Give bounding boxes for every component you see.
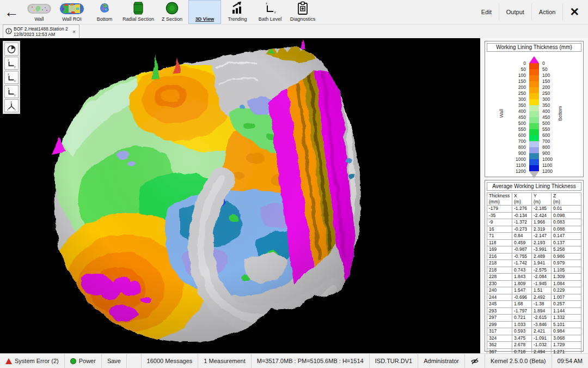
toolbar-button-radial-section[interactable]: Radial Section <box>121 0 156 24</box>
pie-section-view-button[interactable] <box>4 43 19 56</box>
table-column-header[interactable]: Thickness(mm) <box>487 193 512 206</box>
table-row[interactable]: -179-1.276-2.1850.01 <box>487 206 581 213</box>
table-cell: 324 <box>487 335 512 342</box>
back-button[interactable]: ← <box>0 0 23 24</box>
table-cell: 0.098 <box>552 212 581 219</box>
table-cell: -0.987 <box>512 246 532 254</box>
toolbar-button-label: Radial Section <box>122 16 154 22</box>
right-sidebar: Working Lining Thickness (mm) Wall 05010… <box>480 38 588 353</box>
table-cell: -2.185 <box>532 206 552 213</box>
table-row[interactable]: 293-1.7971.8941.144 <box>487 307 581 315</box>
toolbar-button-bottom[interactable]: Bottom <box>88 0 121 24</box>
table-cell: 1.105 <box>552 267 581 274</box>
axis-zy-icon: z y <box>7 58 16 68</box>
save-status[interactable]: Save <box>102 354 127 368</box>
furnace-3d-render <box>0 38 480 353</box>
toolbar-button-3d-view[interactable]: 3D View <box>188 0 221 24</box>
table-row[interactable]: -35-0.134-2.4240.098 <box>487 212 581 219</box>
table-row[interactable]: 3170.5932.4210.984 <box>487 328 581 335</box>
legend-colorbar <box>529 56 539 179</box>
visibility-toggle[interactable] <box>464 354 485 368</box>
colorbar-underrange-arrow <box>529 171 539 178</box>
power-status[interactable]: Power <box>65 354 102 368</box>
table-row[interactable]: 2991.033-3.8465.101 <box>487 321 581 328</box>
table-cell: -3.846 <box>532 321 552 328</box>
toolbar-button-bath-level[interactable]: x Y Bath Level <box>254 0 286 24</box>
table-column-header[interactable]: X(m) <box>512 193 532 206</box>
table-row[interactable]: 2970.721-2.6151.332 <box>487 315 581 322</box>
table-cell: -0.696 <box>512 294 532 301</box>
eye-off-icon <box>470 358 479 365</box>
colorbar-segment <box>529 135 539 141</box>
table-row[interactable]: 3622.678-1.0321.729 <box>487 342 581 349</box>
colorbar-segment <box>529 159 539 165</box>
toolbar-button-z-section[interactable]: Z Section <box>156 0 188 24</box>
table-column-header[interactable]: Z(m) <box>552 193 581 206</box>
table-cell: 218 <box>487 267 512 274</box>
table-cell: 1.332 <box>552 315 581 322</box>
kernel-label: Kernel 2.5.0.0 (Beta) <box>491 358 546 364</box>
table-row[interactable]: -9-1.3721.9660.083 <box>487 219 581 226</box>
table-row[interactable]: 3243.475-1.0913.068 <box>487 335 581 342</box>
application-window: ← Wall <box>0 0 588 368</box>
table-row[interactable]: 16-0.2732.3190.088 <box>487 226 581 233</box>
table-row[interactable]: 1180.4592.1930.137 <box>487 239 581 246</box>
three-d-viewport[interactable]: z y z x x y <box>0 38 480 353</box>
table-cell: 0.84 <box>512 233 532 240</box>
user-status[interactable]: Administrator <box>418 354 464 368</box>
menu-output[interactable]: Output <box>499 9 531 15</box>
system-error-label: System Error (2) <box>15 358 59 364</box>
view-zy-button[interactable]: z y <box>4 57 19 70</box>
table-cell: -2.424 <box>532 212 552 219</box>
table-row[interactable]: 169-0.987-3.9915.258 <box>487 246 581 254</box>
table-row[interactable]: 2401.5471.510.229 <box>487 287 581 294</box>
table-row[interactable]: 2180.743-2.5751.105 <box>487 267 581 274</box>
user-label: Administrator <box>424 358 459 364</box>
view-zx-button[interactable]: z x <box>4 71 19 84</box>
menu-edit[interactable]: Edit <box>474 9 499 15</box>
window-close-button[interactable]: ✕ <box>563 5 588 19</box>
toolbar-button-diagnostics[interactable]: Diagnostics <box>286 0 319 24</box>
table-row[interactable]: 216-0.7552.4890.986 <box>487 253 581 260</box>
measurement-tab[interactable]: BOF 2.Heat1488.Station 2 12/8/2023 12:53… <box>3 25 79 38</box>
table-cell: 218 <box>487 260 512 267</box>
toolbar-button-label: Wall <box>34 16 44 22</box>
main-area: z y z x x y <box>0 38 588 353</box>
table-column-header[interactable]: Y(m) <box>532 193 552 206</box>
station-label: ISD.TUR.DV1 <box>375 358 412 364</box>
table-cell: -2.575 <box>532 267 552 274</box>
table-row[interactable]: 218-1.7421.9410.979 <box>487 260 581 267</box>
legend-tick-label: 400 <box>510 108 526 114</box>
table-cell: 0.984 <box>552 328 581 335</box>
messages-status[interactable]: 16000 Messages <box>141 354 198 368</box>
legend-tick-label: 150 <box>510 79 526 84</box>
table-cell: 0.593 <box>512 328 532 335</box>
legend-tick-label: 450 <box>542 114 559 120</box>
system-error-status[interactable]: System Error (2) <box>0 354 65 368</box>
menu-action[interactable]: Action <box>532 9 563 15</box>
memory-status: M=3517.0MB : PM=5105.6MB : H=1514 <box>251 354 369 368</box>
view-xy-button[interactable]: x y <box>4 85 19 98</box>
table-row[interactable]: 2451.68-1.380.257 <box>487 301 581 308</box>
toolbar-button-wall-roi[interactable]: Wall ROI <box>56 0 88 24</box>
power-label: Power <box>79 358 96 364</box>
table-cell: 1.843 <box>512 274 532 281</box>
table-row[interactable]: 2281.843-2.0841.309 <box>487 274 581 281</box>
measurement-status[interactable]: 1 Measurement <box>198 354 250 368</box>
table-row[interactable]: 2301.809-1.9451.084 <box>487 280 581 287</box>
colorbar-segment <box>529 69 539 75</box>
axis-zx-icon: z x <box>7 73 16 82</box>
toolbar-button-trending[interactable]: Trending <box>221 0 254 24</box>
toolbar-button-wall[interactable]: Wall <box>23 0 56 24</box>
colorbar-segment <box>529 117 539 123</box>
legend-tick-label: 400 <box>542 108 559 114</box>
kernel-status: Kernel 2.5.0.0 (Beta) <box>485 354 552 368</box>
tab-close-icon[interactable]: × <box>71 29 77 35</box>
table-header-row: Thickness(mm)X(m)Y(m)Z(m) <box>487 193 581 206</box>
table-row[interactable]: 710.84-2.1470.147 <box>487 233 581 240</box>
status-bar: System Error (2) Power Save 16000 Messag… <box>0 353 588 368</box>
isometric-view-button[interactable]: z x y <box>4 99 19 112</box>
table-row[interactable]: 244-0.6962.4921.007 <box>487 294 581 301</box>
table-cell: 1.547 <box>512 287 532 294</box>
table-cell: 240 <box>487 287 512 294</box>
